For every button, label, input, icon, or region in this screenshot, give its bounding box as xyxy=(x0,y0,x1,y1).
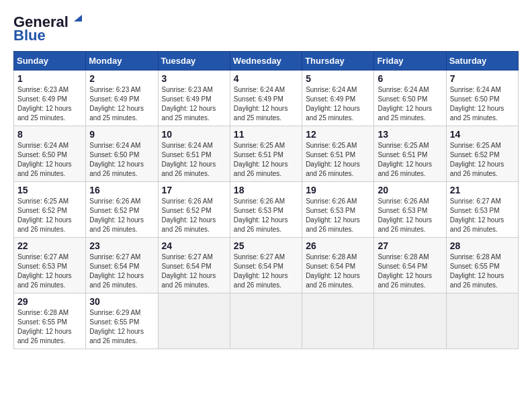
calendar-cell: 4 Sunrise: 6:24 AMSunset: 6:49 PMDayligh… xyxy=(230,71,302,126)
day-info: Sunrise: 6:29 AMSunset: 6:55 PMDaylight:… xyxy=(89,309,144,345)
day-info: Sunrise: 6:24 AMSunset: 6:50 PMDaylight:… xyxy=(378,86,432,122)
day-number: 25 xyxy=(234,240,298,251)
calendar-cell: 8 Sunrise: 6:24 AMSunset: 6:50 PMDayligh… xyxy=(14,126,86,182)
calendar-table: SundayMondayTuesdayWednesdayThursdayFrid… xyxy=(13,51,519,349)
day-number: 23 xyxy=(89,240,154,251)
day-info: Sunrise: 6:23 AMSunset: 6:49 PMDaylight:… xyxy=(89,86,144,122)
calendar-cell: 23 Sunrise: 6:27 AMSunset: 6:54 PMDaylig… xyxy=(86,238,158,293)
day-info: Sunrise: 6:26 AMSunset: 6:52 PMDaylight:… xyxy=(162,197,216,233)
day-number: 19 xyxy=(306,185,370,195)
weekday-header-saturday: Saturday xyxy=(446,52,518,71)
day-number: 18 xyxy=(234,185,298,195)
calendar-cell: 1 Sunrise: 6:23 AMSunset: 6:49 PMDayligh… xyxy=(14,71,86,126)
day-number: 2 xyxy=(89,73,154,84)
calendar-week-row: 22 Sunrise: 6:27 AMSunset: 6:53 PMDaylig… xyxy=(14,238,519,293)
calendar-cell xyxy=(230,293,302,349)
day-info: Sunrise: 6:25 AMSunset: 6:52 PMDaylight:… xyxy=(17,197,72,233)
calendar-cell: 21 Sunrise: 6:27 AMSunset: 6:53 PMDaylig… xyxy=(446,182,518,238)
day-number: 30 xyxy=(89,296,154,307)
day-info: Sunrise: 6:26 AMSunset: 6:53 PMDaylight:… xyxy=(306,197,360,233)
day-number: 26 xyxy=(306,240,370,251)
day-number: 7 xyxy=(450,73,515,84)
day-info: Sunrise: 6:24 AMSunset: 6:49 PMDaylight:… xyxy=(306,86,360,122)
logo: General Blue xyxy=(13,13,82,44)
calendar-cell: 3 Sunrise: 6:23 AMSunset: 6:49 PMDayligh… xyxy=(158,71,230,126)
calendar-cell: 18 Sunrise: 6:26 AMSunset: 6:53 PMDaylig… xyxy=(230,182,302,238)
day-info: Sunrise: 6:27 AMSunset: 6:53 PMDaylight:… xyxy=(17,253,72,289)
calendar-cell: 5 Sunrise: 6:24 AMSunset: 6:49 PMDayligh… xyxy=(302,71,374,126)
calendar-cell: 25 Sunrise: 6:27 AMSunset: 6:54 PMDaylig… xyxy=(230,238,302,293)
calendar-cell: 7 Sunrise: 6:24 AMSunset: 6:50 PMDayligh… xyxy=(446,71,518,126)
calendar-cell: 11 Sunrise: 6:25 AMSunset: 6:51 PMDaylig… xyxy=(230,126,302,182)
day-number: 1 xyxy=(17,73,82,84)
day-info: Sunrise: 6:25 AMSunset: 6:51 PMDaylight:… xyxy=(306,142,360,177)
weekday-header-wednesday: Wednesday xyxy=(230,52,302,71)
calendar-cell: 14 Sunrise: 6:25 AMSunset: 6:52 PMDaylig… xyxy=(446,126,518,182)
logo-text-blue: Blue xyxy=(13,27,46,44)
day-info: Sunrise: 6:27 AMSunset: 6:54 PMDaylight:… xyxy=(162,253,216,289)
calendar-cell: 10 Sunrise: 6:24 AMSunset: 6:51 PMDaylig… xyxy=(158,126,230,182)
day-number: 15 xyxy=(17,185,82,195)
weekday-header-friday: Friday xyxy=(374,52,446,71)
calendar-cell: 16 Sunrise: 6:26 AMSunset: 6:52 PMDaylig… xyxy=(86,182,158,238)
calendar-cell: 2 Sunrise: 6:23 AMSunset: 6:49 PMDayligh… xyxy=(86,71,158,126)
day-info: Sunrise: 6:28 AMSunset: 6:55 PMDaylight:… xyxy=(17,309,72,345)
calendar-cell xyxy=(158,293,230,349)
calendar-cell: 20 Sunrise: 6:26 AMSunset: 6:53 PMDaylig… xyxy=(374,182,446,238)
svg-marker-0 xyxy=(74,15,82,21)
day-number: 9 xyxy=(89,129,154,140)
day-info: Sunrise: 6:26 AMSunset: 6:53 PMDaylight:… xyxy=(234,197,288,233)
weekday-header-sunday: Sunday xyxy=(14,52,86,71)
weekday-header-tuesday: Tuesday xyxy=(158,52,230,71)
calendar-cell: 30 Sunrise: 6:29 AMSunset: 6:55 PMDaylig… xyxy=(86,293,158,349)
calendar-cell xyxy=(302,293,374,349)
day-info: Sunrise: 6:24 AMSunset: 6:50 PMDaylight:… xyxy=(17,142,72,177)
calendar-cell: 19 Sunrise: 6:26 AMSunset: 6:53 PMDaylig… xyxy=(302,182,374,238)
calendar-cell xyxy=(374,293,446,349)
day-info: Sunrise: 6:24 AMSunset: 6:50 PMDaylight:… xyxy=(450,86,504,122)
day-info: Sunrise: 6:23 AMSunset: 6:49 PMDaylight:… xyxy=(162,86,216,122)
day-info: Sunrise: 6:28 AMSunset: 6:55 PMDaylight:… xyxy=(450,253,504,289)
day-info: Sunrise: 6:24 AMSunset: 6:50 PMDaylight:… xyxy=(89,142,144,177)
day-number: 11 xyxy=(234,129,298,140)
calendar-cell: 28 Sunrise: 6:28 AMSunset: 6:55 PMDaylig… xyxy=(446,238,518,293)
day-number: 13 xyxy=(378,129,442,140)
calendar-week-row: 8 Sunrise: 6:24 AMSunset: 6:50 PMDayligh… xyxy=(14,126,519,182)
day-number: 29 xyxy=(17,296,82,307)
day-number: 14 xyxy=(450,129,515,140)
day-info: Sunrise: 6:27 AMSunset: 6:53 PMDaylight:… xyxy=(450,197,504,233)
day-info: Sunrise: 6:27 AMSunset: 6:54 PMDaylight:… xyxy=(89,253,144,289)
calendar-cell xyxy=(446,293,518,349)
day-info: Sunrise: 6:25 AMSunset: 6:51 PMDaylight:… xyxy=(378,142,432,177)
day-info: Sunrise: 6:24 AMSunset: 6:49 PMDaylight:… xyxy=(234,86,288,122)
calendar-cell: 9 Sunrise: 6:24 AMSunset: 6:50 PMDayligh… xyxy=(86,126,158,182)
page-header: General Blue xyxy=(13,13,519,44)
calendar-header-row: SundayMondayTuesdayWednesdayThursdayFrid… xyxy=(14,52,519,71)
calendar-cell: 22 Sunrise: 6:27 AMSunset: 6:53 PMDaylig… xyxy=(14,238,86,293)
day-info: Sunrise: 6:25 AMSunset: 6:51 PMDaylight:… xyxy=(234,142,288,177)
calendar-week-row: 15 Sunrise: 6:25 AMSunset: 6:52 PMDaylig… xyxy=(14,182,519,238)
calendar-cell: 15 Sunrise: 6:25 AMSunset: 6:52 PMDaylig… xyxy=(14,182,86,238)
calendar-cell: 24 Sunrise: 6:27 AMSunset: 6:54 PMDaylig… xyxy=(158,238,230,293)
calendar-body: 1 Sunrise: 6:23 AMSunset: 6:49 PMDayligh… xyxy=(14,71,519,349)
calendar-week-row: 29 Sunrise: 6:28 AMSunset: 6:55 PMDaylig… xyxy=(14,293,519,349)
day-number: 10 xyxy=(162,129,226,140)
calendar-cell: 27 Sunrise: 6:28 AMSunset: 6:54 PMDaylig… xyxy=(374,238,446,293)
day-info: Sunrise: 6:25 AMSunset: 6:52 PMDaylight:… xyxy=(450,142,504,177)
day-number: 21 xyxy=(450,185,515,195)
day-number: 4 xyxy=(234,73,298,84)
day-info: Sunrise: 6:28 AMSunset: 6:54 PMDaylight:… xyxy=(306,253,360,289)
logo-bird-icon xyxy=(70,15,82,27)
day-info: Sunrise: 6:26 AMSunset: 6:53 PMDaylight:… xyxy=(378,197,432,233)
day-number: 16 xyxy=(89,185,154,195)
weekday-header-monday: Monday xyxy=(86,52,158,71)
weekday-header-thursday: Thursday xyxy=(302,52,374,71)
day-number: 28 xyxy=(450,240,515,251)
day-number: 5 xyxy=(306,73,370,84)
calendar-cell: 29 Sunrise: 6:28 AMSunset: 6:55 PMDaylig… xyxy=(14,293,86,349)
day-info: Sunrise: 6:26 AMSunset: 6:52 PMDaylight:… xyxy=(89,197,144,233)
day-number: 17 xyxy=(162,185,226,195)
day-number: 6 xyxy=(378,73,442,84)
calendar-cell: 6 Sunrise: 6:24 AMSunset: 6:50 PMDayligh… xyxy=(374,71,446,126)
calendar-cell: 26 Sunrise: 6:28 AMSunset: 6:54 PMDaylig… xyxy=(302,238,374,293)
